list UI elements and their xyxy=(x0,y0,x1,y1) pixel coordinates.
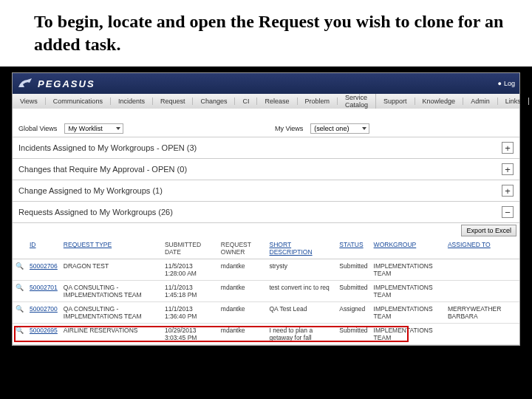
section-incidents: Incidents Assigned to My Workgroups - OP… xyxy=(13,137,519,159)
cell-submitted: 11/5/2013 1:28:00 AM xyxy=(162,259,218,281)
collapse-icon[interactable]: − xyxy=(502,206,514,218)
col-submitted-date[interactable]: SUBMITTED DATE xyxy=(162,238,218,259)
cell-submitted: 11/1/2013 1:36:40 PM xyxy=(162,302,218,324)
menu-ci[interactable]: CI xyxy=(235,98,257,105)
section-requests: Requests Assigned to My Workgroups (26) … xyxy=(13,202,519,223)
menu-service-catalog[interactable]: Service Catalog xyxy=(338,94,376,109)
cell-desc: strysty xyxy=(267,259,337,281)
app-banner: PEGASUS ● Log xyxy=(13,73,519,94)
cell-desc: I need to plan a getaway for fall xyxy=(267,324,337,345)
cell-owner: mdantke xyxy=(218,281,267,302)
menu-changes[interactable]: Changes xyxy=(193,98,235,105)
cell-assigned xyxy=(445,259,519,281)
col-assigned-to[interactable]: ASSIGNED TO xyxy=(445,238,519,259)
table-row: 🔍 50002701 QA CONSULTING - IMPLEMENTATIO… xyxy=(13,281,519,302)
menu-communications[interactable]: Communications xyxy=(46,98,111,105)
magnify-icon[interactable]: 🔍 xyxy=(16,327,24,334)
section-title: Requests Assigned to My Workgroups (26) xyxy=(18,208,173,216)
table-row: 🔍 50002700 QA CONSULTING - IMPLEMENTATIO… xyxy=(13,302,519,324)
banner-log-link[interactable]: ● Log xyxy=(498,80,515,87)
cell-status: Submitted xyxy=(336,281,370,302)
menu-incidents[interactable]: Incidents xyxy=(111,98,153,105)
main-menu: Views Communications Incidents Request C… xyxy=(13,94,519,109)
menu-views[interactable]: Views xyxy=(13,98,46,105)
cell-workgroup: IMPLEMENTATIONS TEAM xyxy=(371,324,445,345)
menu-knowledge[interactable]: Knowledge xyxy=(415,98,464,105)
filter-bar: Global Views My Worklist My Views (selec… xyxy=(13,120,519,137)
request-id-link[interactable]: 50002706 xyxy=(30,262,58,270)
cell-owner: mdantke xyxy=(218,302,267,324)
cell-workgroup: IMPLEMENTATIONS TEAM xyxy=(371,281,445,302)
table-header-row: ID REQUEST TYPE SUBMITTED DATE REQUEST O… xyxy=(13,238,519,259)
col-request-owner[interactable]: REQUEST OWNER xyxy=(218,238,267,259)
brand: PEGASUS xyxy=(17,77,95,90)
table-row-highlighted: 🔍 50002695 AIRLINE RESERVATIONS 10/29/20… xyxy=(13,324,519,345)
request-id-link[interactable]: 50002700 xyxy=(30,305,58,313)
section-title: Change Assigned to My Workgroups (1) xyxy=(18,186,163,195)
magnify-icon[interactable]: 🔍 xyxy=(16,262,24,270)
cell-desc: QA Test Lead xyxy=(267,302,337,324)
global-views-select[interactable]: My Worklist xyxy=(64,123,123,134)
col-id[interactable]: ID xyxy=(27,238,61,259)
magnify-icon[interactable]: 🔍 xyxy=(16,284,24,291)
cell-type: QA CONSULTING - IMPLEMENTATIONS TEAM xyxy=(61,302,162,324)
section-changes-workgroup: Change Assigned to My Workgroups (1) + xyxy=(13,180,519,202)
pegasus-app-window: PEGASUS ● Log Views Communications Incid… xyxy=(12,72,520,346)
cell-status: Submitted xyxy=(336,259,370,281)
table-row: 🔍 50002706 DRAGON TEST 11/5/2013 1:28:00… xyxy=(13,259,519,281)
cell-type: AIRLINE RESERVATIONS xyxy=(61,324,162,345)
col-request-type[interactable]: REQUEST TYPE xyxy=(61,238,162,259)
section-changes-approval: Changes that Require My Approval - OPEN … xyxy=(13,159,519,180)
cell-status: Submitted xyxy=(336,324,370,345)
col-status[interactable]: STATUS xyxy=(336,238,370,259)
expand-icon[interactable]: + xyxy=(502,163,514,175)
my-views-label: My Views xyxy=(275,125,303,132)
cell-assigned xyxy=(445,324,519,345)
brand-name: PEGASUS xyxy=(38,78,95,89)
menu-request[interactable]: Request xyxy=(153,98,194,105)
spacer xyxy=(13,109,519,120)
cell-assigned xyxy=(445,281,519,302)
cell-workgroup: IMPLEMENTATIONS TEAM xyxy=(371,259,445,281)
cell-type: QA CONSULTING - IMPLEMENTATIONS TEAM xyxy=(61,281,162,302)
request-id-link[interactable]: 50002701 xyxy=(30,284,58,291)
cell-type: DRAGON TEST xyxy=(61,259,162,281)
menu-problem[interactable]: Problem xyxy=(298,98,338,105)
instruction-text: To begin, locate and open the Request yo… xyxy=(0,0,532,66)
expand-icon[interactable]: + xyxy=(502,185,514,197)
export-row: Export to Excel xyxy=(13,223,519,238)
cell-owner: mdantke xyxy=(218,259,267,281)
section-title: Changes that Require My Approval - OPEN … xyxy=(18,165,187,174)
log-label: Log xyxy=(504,80,515,87)
section-title: Incidents Assigned to My Workgroups - OP… xyxy=(18,143,197,152)
export-to-excel-button[interactable]: Export to Excel xyxy=(461,225,516,236)
cell-assigned: MERRYWEATHER BARBARA xyxy=(445,302,519,324)
requests-table: ID REQUEST TYPE SUBMITTED DATE REQUEST O… xyxy=(13,238,519,345)
menu-release[interactable]: Release xyxy=(257,98,297,105)
my-views-select[interactable]: (select one) xyxy=(310,123,369,134)
cell-desc: test convert inc to req xyxy=(267,281,337,302)
request-id-link[interactable]: 50002695 xyxy=(30,327,58,334)
global-views-label: Global Views xyxy=(18,125,57,132)
log-icon: ● xyxy=(498,80,502,87)
expand-icon[interactable]: + xyxy=(502,142,514,154)
cell-submitted: 10/29/2013 3:03:45 PM xyxy=(162,324,218,345)
menu-support[interactable]: Support xyxy=(376,98,415,105)
cell-status: Assigned xyxy=(336,302,370,324)
menu-admin[interactable]: Admin xyxy=(463,98,498,105)
col-workgroup[interactable]: WORKGROUP xyxy=(371,238,445,259)
magnify-icon[interactable]: 🔍 xyxy=(16,305,24,313)
pegasus-logo-icon xyxy=(17,77,33,90)
cell-owner: mdantke xyxy=(218,324,267,345)
menu-links[interactable]: Links xyxy=(498,98,529,105)
cell-workgroup: IMPLEMENTATIONS TEAM xyxy=(371,302,445,324)
col-short-description[interactable]: SHORT DESCRIPTION xyxy=(267,238,337,259)
cell-submitted: 11/1/2013 1:45:18 PM xyxy=(162,281,218,302)
